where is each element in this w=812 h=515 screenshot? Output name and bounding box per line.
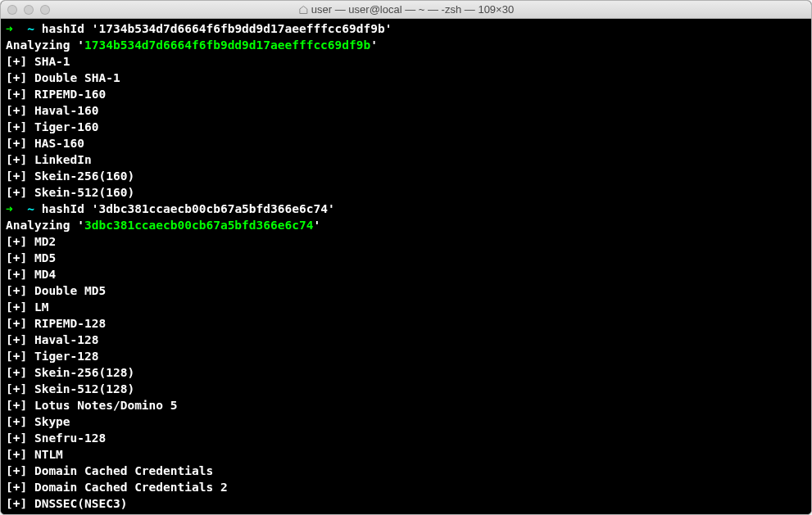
- result-marker: [+]: [6, 251, 34, 264]
- hash-argument: 3dbc381ccaecb00cb67a5bfd366e6c74: [99, 202, 328, 215]
- result-marker: [+]: [6, 350, 34, 363]
- window-title: user — user@local — ~ — -zsh — 109×30: [298, 3, 514, 16]
- command-text: hashId ': [42, 202, 99, 215]
- algorithm-name: Skein-512(128): [34, 382, 134, 395]
- prompt-arrow-icon: ➜: [6, 22, 13, 35]
- result-line: [+] SHA-1: [6, 53, 806, 70]
- analyzing-hash: 1734b534d7d6664f6fb9dd9d17aeefffcc69df9b: [84, 38, 370, 52]
- result-line: [+] Skype: [6, 413, 806, 430]
- analyzing-hash: 3dbc381ccaecb00cb67a5bfd366e6c74: [84, 219, 313, 232]
- algorithm-name: Skein-256(160): [34, 169, 134, 183]
- prompt-cwd: ~: [27, 202, 34, 215]
- algorithm-name: Skype: [34, 415, 70, 428]
- maximize-button[interactable]: [40, 5, 50, 15]
- result-line: [+] Domain Cached Credentials 2: [6, 479, 806, 495]
- algorithm-name: Tiger-128: [34, 350, 99, 363]
- minimize-button[interactable]: [24, 5, 34, 15]
- result-marker: [+]: [6, 366, 34, 379]
- result-line: [+] Haval-128: [6, 332, 806, 348]
- result-line: [+] Lotus Notes/Domino 5: [6, 397, 806, 413]
- prompt-arrow-icon: ➜: [6, 202, 13, 215]
- analyzing-line: Analyzing '1734b534d7d6664f6fb9dd9d17aee…: [6, 37, 806, 53]
- result-marker: [+]: [6, 268, 34, 281]
- result-marker: [+]: [6, 55, 34, 68]
- result-line: [+] Domain Cached Credentials: [6, 463, 806, 479]
- window-title-text: user — user@local — ~ — -zsh — 109×30: [311, 3, 514, 16]
- result-marker: [+]: [6, 104, 34, 117]
- close-button[interactable]: [7, 5, 17, 15]
- algorithm-name: Domain Cached Credentials: [34, 464, 213, 477]
- command-text: hashId ': [42, 22, 99, 35]
- result-marker: [+]: [6, 333, 34, 346]
- result-marker: [+]: [6, 169, 34, 183]
- result-marker: [+]: [6, 382, 34, 395]
- algorithm-name: MD2: [34, 235, 56, 248]
- algorithm-name: NTLM: [34, 448, 63, 461]
- algorithm-name: Haval-160: [34, 104, 99, 117]
- result-line: [+] Skein-512(128): [6, 381, 806, 397]
- result-line: [+] Haval-160: [6, 102, 806, 119]
- algorithm-name: HAS-160: [34, 137, 84, 150]
- result-line: [+] Tiger-128: [6, 348, 806, 364]
- result-line: [+] Skein-512(160): [6, 184, 806, 201]
- result-marker: [+]: [6, 235, 34, 248]
- algorithm-name: Skein-256(128): [34, 366, 134, 379]
- result-line: [+] MD5: [6, 250, 806, 266]
- result-line: [+] RIPEMD-160: [6, 86, 806, 102]
- result-marker: [+]: [6, 317, 34, 330]
- home-icon: [298, 5, 308, 15]
- algorithm-name: LinkedIn: [34, 153, 92, 166]
- prompt-cwd: ~: [27, 22, 34, 35]
- algorithm-name: LM: [34, 300, 48, 314]
- algorithm-name: MD4: [34, 268, 56, 281]
- result-marker: [+]: [6, 300, 34, 314]
- result-marker: [+]: [6, 71, 34, 84]
- algorithm-name: Double SHA-1: [34, 71, 120, 84]
- result-line: [+] RIPEMD-128: [6, 315, 806, 332]
- result-line: [+] HAS-160: [6, 135, 806, 151]
- result-line: [+] Snefru-128: [6, 430, 806, 446]
- result-marker: [+]: [6, 481, 34, 494]
- result-line: [+] Tiger-160: [6, 119, 806, 135]
- result-line: [+] LinkedIn: [6, 151, 806, 168]
- algorithm-name: Snefru-128: [34, 431, 106, 445]
- result-marker: [+]: [6, 120, 34, 133]
- prompt-line: ➜ ~ hashId '1734b534d7d6664f6fb9dd9d17ae…: [6, 20, 806, 37]
- algorithm-name: RIPEMD-128: [34, 317, 106, 330]
- analyzing-line: Analyzing '3dbc381ccaecb00cb67a5bfd366e6…: [6, 217, 806, 233]
- algorithm-name: Lotus Notes/Domino 5: [34, 399, 178, 412]
- result-line: [+] Skein-256(160): [6, 168, 806, 184]
- result-line: [+] LM: [6, 299, 806, 315]
- result-line: [+] MD2: [6, 233, 806, 250]
- algorithm-name: Tiger-160: [34, 120, 99, 133]
- algorithm-name: MD5: [34, 251, 56, 264]
- result-marker: [+]: [6, 399, 34, 412]
- result-line: [+] Double SHA-1: [6, 70, 806, 86]
- algorithm-name: RIPEMD-160: [34, 88, 106, 101]
- result-line: [+] MD4: [6, 266, 806, 282]
- result-line: [+] Skein-256(128): [6, 364, 806, 381]
- algorithm-name: Skein-512(160): [34, 186, 134, 199]
- result-marker: [+]: [6, 448, 34, 461]
- algorithm-name: DNSSEC(NSEC3): [34, 497, 128, 510]
- result-marker: [+]: [6, 186, 34, 199]
- result-marker: [+]: [6, 153, 34, 166]
- result-line: [+] DNSSEC(NSEC3): [6, 495, 806, 512]
- algorithm-name: Domain Cached Credentials 2: [34, 481, 228, 494]
- result-line: [+] NTLM: [6, 446, 806, 463]
- terminal-body[interactable]: ➜ ~ hashId '1734b534d7d6664f6fb9dd9d17ae…: [1, 19, 811, 514]
- result-marker: [+]: [6, 284, 34, 297]
- result-marker: [+]: [6, 415, 34, 428]
- algorithm-name: Double MD5: [34, 284, 106, 297]
- prompt-line: ➜ ~ hashId '3dbc381ccaecb00cb67a5bfd366e…: [6, 201, 806, 217]
- result-marker: [+]: [6, 431, 34, 445]
- algorithm-name: SHA-1: [34, 55, 70, 68]
- terminal-window: user — user@local — ~ — -zsh — 109×30 ➜ …: [0, 0, 812, 515]
- titlebar[interactable]: user — user@local — ~ — -zsh — 109×30: [1, 1, 811, 19]
- result-marker: [+]: [6, 88, 34, 101]
- result-marker: [+]: [6, 464, 34, 477]
- result-line: [+] Double MD5: [6, 282, 806, 299]
- algorithm-name: Haval-128: [34, 333, 99, 346]
- traffic-lights: [7, 5, 50, 15]
- result-marker: [+]: [6, 137, 34, 150]
